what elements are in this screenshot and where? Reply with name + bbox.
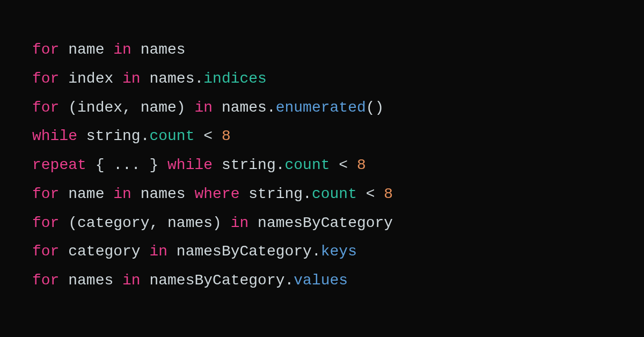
code-token: () (366, 99, 384, 116)
code-token: for (32, 243, 59, 260)
code-token: while (167, 157, 213, 173)
code-token: namesByCategory (248, 215, 393, 231)
code-line: for category in namesByCategory.keys (32, 237, 612, 266)
code-token: (category, names) (59, 215, 230, 231)
code-token: for (32, 272, 59, 289)
code-token: names. (141, 70, 204, 87)
code-line: repeat { ... } while string.count < 8 (32, 151, 612, 180)
code-token: { ... } (86, 157, 167, 173)
code-token: names (59, 272, 122, 289)
code-token: names (131, 186, 195, 202)
code-line: for index in names.indices (32, 64, 612, 93)
code-line: while string.count < 8 (32, 122, 612, 151)
code-token: (index, name) (59, 99, 194, 116)
code-line: for name in names where string.count < 8 (32, 180, 612, 209)
code-token: count (312, 186, 357, 202)
code-token: namesByCategory. (141, 272, 294, 289)
code-token: in (122, 272, 141, 289)
code-line: for (index, name) in names.enumerated() (32, 93, 612, 122)
code-token: names (131, 41, 186, 58)
code-token: 8 (357, 157, 366, 173)
code-token: in (113, 186, 131, 202)
code-token: values (294, 272, 348, 289)
code-token: for (32, 215, 59, 231)
code-token: category (59, 243, 149, 260)
code-token: indices (203, 70, 267, 87)
code-token: for (32, 186, 59, 202)
code-token: string. (77, 128, 149, 144)
code-token: in (194, 99, 213, 116)
code-token: string. (240, 186, 312, 202)
code-token: names. (213, 99, 276, 116)
code-token: 8 (222, 128, 231, 144)
code-token: keys (321, 243, 357, 260)
code-token: < (357, 186, 384, 202)
code-token: index (59, 70, 122, 87)
code-token: in (231, 215, 249, 231)
code-token: name (59, 186, 113, 202)
code-token: 8 (384, 186, 393, 202)
code-token: in (113, 41, 131, 58)
code-token: in (149, 243, 167, 260)
code-token: where (194, 186, 239, 202)
code-token: string. (213, 157, 284, 173)
code-token: for (32, 99, 59, 116)
code-line: for names in namesByCategory.values (32, 266, 612, 295)
code-token: count (285, 157, 330, 173)
code-line: for name in names (32, 35, 612, 64)
code-token: namesByCategory. (167, 243, 321, 260)
code-token: name (59, 41, 113, 58)
code-token: for (32, 41, 59, 58)
code-token: for (32, 70, 59, 87)
code-token: repeat (32, 157, 86, 173)
code-token: while (32, 128, 77, 144)
code-line: for (category, names) in namesByCategory (32, 209, 612, 238)
code-token: count (149, 128, 194, 144)
code-token: in (122, 70, 141, 87)
code-token: < (330, 157, 357, 173)
code-snippet: for name in namesfor index in names.indi… (0, 0, 644, 331)
code-token: enumerated (276, 99, 366, 116)
code-token: < (194, 128, 221, 144)
